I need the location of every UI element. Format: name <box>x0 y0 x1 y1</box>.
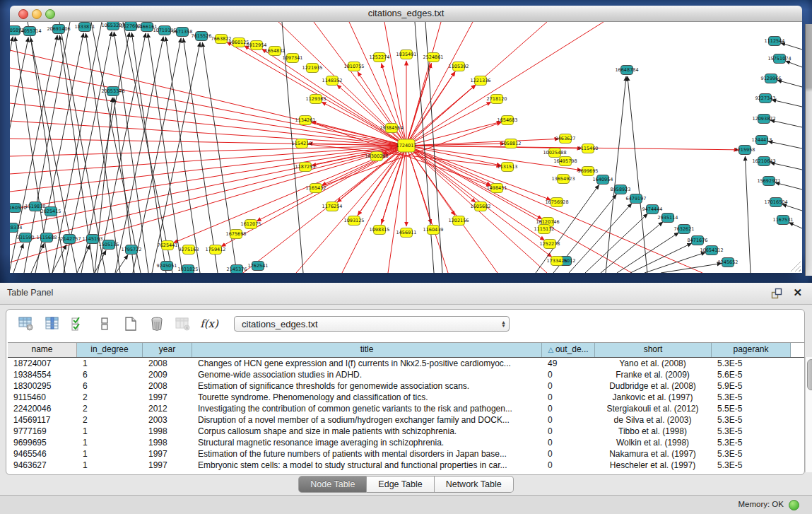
graph-node[interactable]: 12093872 <box>752 115 775 124</box>
function-builder-icon[interactable]: f(x) <box>201 315 218 332</box>
graph-node[interactable]: 20053346 <box>101 87 124 96</box>
cell-in_degree[interactable]: 6 <box>77 369 143 380</box>
graph-node[interactable]: 1105392 <box>449 62 469 71</box>
graph-node[interactable]: 17016504 <box>764 198 787 207</box>
cell-out_degree[interactable]: 0 <box>542 460 595 471</box>
column-header-pagerank[interactable]: pagerank <box>712 343 791 357</box>
graph-edge[interactable] <box>10 37 13 273</box>
cell-name[interactable]: 9115460 <box>8 392 77 403</box>
graph-node[interactable]: 9699695 <box>578 167 599 176</box>
column-header-name[interactable]: name <box>8 343 77 357</box>
cell-name[interactable]: 19384554 <box>8 369 77 380</box>
cell-pagerank[interactable]: 5.6E-5 <box>712 369 791 380</box>
graph-node[interactable]: 1134261 <box>295 116 316 125</box>
graph-node[interactable]: 1221935 <box>302 64 323 73</box>
cell-out_degree[interactable]: 0 <box>542 414 595 426</box>
cell-out_degree[interactable]: 0 <box>542 380 595 392</box>
cell-title[interactable]: Disruption of a novel member of a sodium… <box>192 414 542 426</box>
graph-node[interactable]: 1654832 <box>265 47 286 56</box>
graph-node[interactable]: 16648784 <box>615 66 638 75</box>
table-scrollbar[interactable] <box>805 357 812 472</box>
table-row[interactable]: 1830029562008Estimation of significance … <box>8 380 804 392</box>
row-height-icon[interactable] <box>96 315 113 332</box>
column-header-year[interactable]: year <box>143 343 192 357</box>
graph-edge[interactable] <box>358 72 406 146</box>
cell-short[interactable]: Yano et al. (2008) <box>595 358 712 369</box>
table-row[interactable]: 911546021997Tourette syndrome. Phenomeno… <box>8 392 804 403</box>
graph-node[interactable]: 1115688 <box>37 233 57 243</box>
graph-edge[interactable] <box>406 146 739 150</box>
graph-node[interactable]: 1759412 <box>206 245 226 255</box>
graph-node[interactable]: 1093125 <box>344 216 365 226</box>
table-mode-icon[interactable] <box>18 315 35 332</box>
graph-edge[interactable] <box>183 38 218 273</box>
table-row[interactable]: 1938455462009Genome-wide association stu… <box>8 369 804 380</box>
cell-title[interactable]: Tourette syndrome. Phenomenology and cla… <box>192 392 542 403</box>
cell-title[interactable]: Corpus callosum shape and size in male p… <box>192 426 542 437</box>
graph-node[interactable]: 2145376 <box>227 265 247 274</box>
graph-node[interactable]: 16495798 <box>553 157 577 166</box>
graph-node[interactable]: 6479197 <box>626 194 647 204</box>
graph-node[interactable]: 1115132 <box>534 225 555 234</box>
graph-node[interactable]: 1795722 <box>122 245 142 255</box>
graph-node[interactable]: 8215958 <box>735 146 755 155</box>
graph-node[interactable]: 1640954 <box>593 175 613 185</box>
graph-node[interactable]: 1160439 <box>423 226 444 235</box>
column-header-out_degree[interactable]: △ out_de... <box>542 343 595 357</box>
graph-node[interactable]: 2718120 <box>487 95 507 104</box>
graph-node[interactable]: 1252278 <box>540 240 560 249</box>
graph-node[interactable]: 7615526 <box>192 32 212 41</box>
graph-node[interactable]: 1188334 <box>10 223 22 233</box>
graph-node[interactable]: 9245652 <box>718 258 739 267</box>
graph-node[interactable]: 9463627 <box>555 134 576 144</box>
graph-edge[interactable] <box>10 146 406 156</box>
cell-pagerank[interactable]: 5.3E-5 <box>712 414 791 426</box>
cell-name[interactable]: 9463627 <box>8 460 77 471</box>
graph-node[interactable]: 1833811 <box>75 23 95 32</box>
graph-node[interactable]: 9129966 <box>761 74 782 83</box>
graph-node[interactable]: 1835491 <box>396 50 417 59</box>
graph-node[interactable]: 13654923 <box>551 175 575 184</box>
graph-node[interactable]: 1031825 <box>178 265 199 274</box>
graph-node[interactable]: 1129363 <box>306 95 326 104</box>
tab-node-table[interactable]: Node Table <box>298 476 367 493</box>
cell-in_degree[interactable]: 1 <box>77 448 143 460</box>
create-column-icon[interactable] <box>122 315 139 332</box>
tab-edge-table[interactable]: Edge Table <box>367 476 434 493</box>
cell-title[interactable]: Changes of HCN gene expression and I(f) … <box>192 358 542 369</box>
cell-short[interactable]: Stergiakouli et al. (2012) <box>595 403 712 414</box>
graph-node[interactable]: 1252274 <box>370 53 390 62</box>
table-row[interactable]: 946554611997Estimation of the future num… <box>8 448 804 460</box>
graph-node[interactable]: 9275163 <box>179 245 199 255</box>
cell-out_degree[interactable]: 0 <box>542 369 595 380</box>
cell-in_degree[interactable]: 2 <box>77 403 143 414</box>
graph-edge[interactable] <box>31 243 44 273</box>
cell-short[interactable]: Jankovic et al. (1997) <box>595 392 712 403</box>
cell-pagerank[interactable]: 5.3E-5 <box>712 437 791 448</box>
column-header-title[interactable]: title <box>192 343 542 357</box>
graph-node[interactable]: 1187253 <box>295 163 316 172</box>
graph-node[interactable]: 18300295 <box>365 152 388 161</box>
cell-name[interactable]: 22420046 <box>8 403 77 414</box>
network-window-titlebar[interactable]: citations_edges.txt <box>10 6 802 22</box>
graph-node[interactable]: 7632621 <box>674 225 695 234</box>
cell-year[interactable]: 1997 <box>143 460 192 471</box>
graph-node[interactable]: 1456911 <box>396 228 417 238</box>
graph-edge[interactable] <box>768 141 802 148</box>
column-header-in_degree[interactable]: in_degree <box>77 343 143 357</box>
delete-column-icon[interactable] <box>148 315 165 332</box>
cell-out_degree[interactable]: 0 <box>542 392 595 403</box>
graph-edge[interactable] <box>781 43 802 49</box>
graph-node[interactable]: 1724017 <box>396 139 417 152</box>
graph-edge[interactable] <box>165 37 200 273</box>
graph-node[interactable]: 1244413 <box>752 136 772 145</box>
graph-edge[interactable] <box>406 146 632 273</box>
table-row[interactable]: 977716911998Corpus callosum shape and si… <box>8 426 804 437</box>
graph-node[interactable]: 1098315 <box>370 226 390 235</box>
cell-name[interactable]: 9699695 <box>8 437 77 448</box>
cell-name[interactable]: 14569117 <box>8 414 77 426</box>
cell-year[interactable]: 1998 <box>143 437 192 448</box>
graph-node[interactable]: 7625441 <box>158 241 178 250</box>
cell-title[interactable]: Investigating the contribution of common… <box>192 403 542 414</box>
graph-edge[interactable] <box>789 223 802 228</box>
